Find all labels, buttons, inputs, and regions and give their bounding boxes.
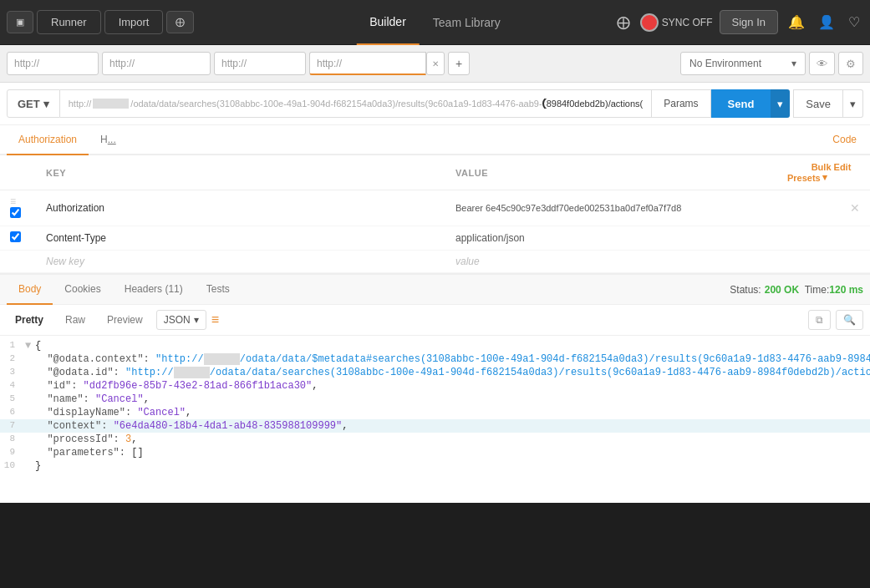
- top-nav: ▣ Runner Import ⨁ Builder Team Library ⨁…: [0, 0, 870, 45]
- tab-headers[interactable]: H...: [89, 125, 128, 155]
- row1-checkbox[interactable]: [10, 207, 21, 218]
- line-number-6: 6: [0, 407, 25, 417]
- url-close-button[interactable]: ✕: [426, 52, 445, 75]
- presets-button[interactable]: Presets ▾: [787, 172, 860, 183]
- bell-icon[interactable]: 🔔: [785, 11, 808, 33]
- row1-delete-button[interactable]: ✕: [850, 201, 860, 215]
- new-header-row: New key value: [0, 251, 870, 273]
- tab-builder[interactable]: Builder: [356, 0, 420, 45]
- row1-key-cell: Authorization: [36, 190, 445, 226]
- copy-icon: ⧉: [816, 314, 823, 326]
- json-line-5: 5 "name": "Cancel",: [0, 393, 870, 406]
- new-tab-button[interactable]: ⨁: [166, 11, 194, 33]
- format-chevron-icon: ▾: [194, 314, 199, 326]
- sync-dot-icon: [640, 13, 659, 32]
- json-line-4: 4 "id": "dd2fb96e-85b7-43e2-81ad-866f1b1…: [0, 379, 870, 393]
- url-tab-1[interactable]: [7, 52, 99, 75]
- json-line-8: 8 "processId": 3,: [0, 433, 870, 446]
- row2-drag-area: [0, 226, 36, 251]
- nav-right: ⨁ SYNC OFF Sign In 🔔 👤 ♡: [613, 10, 863, 34]
- row1-value-cell: Bearer 6e45c90c97e3ddf70ede002531ba0d7ef…: [445, 190, 777, 226]
- row1-value: Bearer 6e45c90c97e3ddf70ede002531ba0d7ef…: [455, 203, 681, 213]
- status-label: Status:: [730, 284, 761, 296]
- no-arrow-6: [25, 407, 35, 418]
- no-arrow-8: [25, 433, 35, 445]
- import-button[interactable]: Import: [104, 10, 164, 34]
- presets-arrow-icon: ▾: [822, 172, 827, 183]
- request-row: GET ▾ http:// /odata/data/searches(3108a…: [0, 83, 870, 125]
- tab-team-library[interactable]: Team Library: [420, 0, 514, 45]
- request-tabs-row: Authorization H... Code: [0, 125, 870, 155]
- row2-checkbox[interactable]: [10, 231, 21, 242]
- new-value-cell[interactable]: value: [445, 251, 777, 273]
- sidebar-toggle-button[interactable]: ▣: [7, 11, 33, 33]
- row2-key: Content-Type: [46, 232, 106, 244]
- tab-headers-label: H: [100, 134, 108, 145]
- env-label: No Environment: [689, 58, 761, 69]
- resp-tab-cookies[interactable]: Cookies: [53, 275, 112, 305]
- line-number-7: 7: [0, 420, 25, 430]
- sync-button[interactable]: SYNC OFF: [640, 13, 713, 32]
- runner-button[interactable]: Runner: [37, 10, 101, 34]
- line-number-10: 10: [0, 460, 25, 470]
- json-key-displayname: "displayName":: [35, 407, 137, 418]
- json-key-name: "name":: [35, 393, 95, 405]
- json-brace-close: }: [35, 460, 41, 472]
- new-tab-icon: ⨁: [176, 17, 185, 28]
- new-key-cell[interactable]: New key: [36, 251, 445, 273]
- json-line-2: 2 "@odata.context": "http:// /odata/data…: [0, 352, 870, 366]
- resp-tab-body[interactable]: Body: [7, 275, 53, 305]
- globe-icon[interactable]: ⨁: [613, 11, 633, 33]
- search-button[interactable]: 🔍: [836, 310, 863, 330]
- tab-authorization[interactable]: Authorization: [7, 125, 89, 155]
- json-key-context: "@odata.context":: [35, 353, 155, 365]
- tab-headers-underline: ...: [108, 134, 116, 145]
- json-key-parameters: "parameters":: [35, 447, 131, 459]
- expand-arrow-1[interactable]: ▼: [25, 340, 35, 352]
- sign-in-button[interactable]: Sign In: [720, 10, 778, 34]
- save-button[interactable]: Save: [793, 89, 843, 118]
- json-val-id: "http:// /odata/data/searches(3108abbc-1…: [125, 367, 870, 378]
- json-val-parameters: []: [131, 447, 143, 459]
- environment-select[interactable]: No Environment ▾: [680, 52, 806, 75]
- json-key-processid: "processId":: [35, 433, 125, 445]
- main-area: GET ▾ http:// /odata/data/searches(3108a…: [0, 83, 870, 503]
- resp-tab-tests[interactable]: Tests: [195, 275, 242, 305]
- no-arrow-9: [25, 447, 35, 459]
- json-line-3: 3 "@odata.id": "http:// /odata/data/sear…: [0, 366, 870, 379]
- row1-key: Authorization: [46, 202, 104, 214]
- url-add-button[interactable]: +: [448, 52, 470, 75]
- status-value: 200 OK: [765, 284, 799, 296]
- json-line-6: 6 "displayName": "Cancel",: [0, 406, 870, 419]
- resp-tab-headers[interactable]: Headers (11): [113, 275, 195, 305]
- format-preview-button[interactable]: Preview: [99, 311, 151, 329]
- code-link[interactable]: Code: [826, 125, 863, 154]
- url-tab-3[interactable]: [214, 52, 306, 75]
- filter-icon[interactable]: ≡: [211, 312, 219, 327]
- format-select[interactable]: JSON ▾: [156, 310, 206, 330]
- url-bar-row: ✕ + No Environment ▾ 👁 ⚙: [0, 45, 870, 83]
- new-row-check-area: [0, 251, 36, 273]
- env-gear-button[interactable]: ⚙: [838, 52, 863, 75]
- no-arrow-7: [25, 420, 35, 432]
- url-tab-4-active[interactable]: [309, 52, 426, 75]
- send-button[interactable]: Send: [711, 89, 771, 118]
- person-icon[interactable]: 👤: [815, 11, 838, 33]
- copy-button[interactable]: ⧉: [808, 310, 831, 330]
- search-icon: 🔍: [843, 314, 856, 326]
- bulk-edit-link[interactable]: Bulk Edit: [811, 162, 852, 172]
- row2-value-cell: application/json: [445, 226, 777, 251]
- row-drag-handle: ≡: [0, 190, 36, 226]
- headers-table: Key Value Bulk Edit Presets ▾: [0, 155, 870, 273]
- send-arrow-button[interactable]: ▾: [771, 89, 790, 118]
- url-field[interactable]: http:// /odata/data/searches(3108abbc-10…: [60, 89, 652, 118]
- params-button[interactable]: Params: [652, 89, 710, 118]
- save-arrow-button[interactable]: ▾: [843, 89, 863, 118]
- format-pretty-button[interactable]: Pretty: [7, 311, 52, 329]
- method-button[interactable]: GET ▾: [7, 89, 60, 118]
- format-bar: Pretty Raw Preview JSON ▾ ≡ ⧉ 🔍: [0, 305, 870, 336]
- url-tab-2[interactable]: [102, 52, 211, 75]
- env-eye-button[interactable]: 👁: [809, 52, 835, 75]
- format-raw-button[interactable]: Raw: [57, 311, 94, 329]
- heart-icon[interactable]: ♡: [845, 11, 863, 33]
